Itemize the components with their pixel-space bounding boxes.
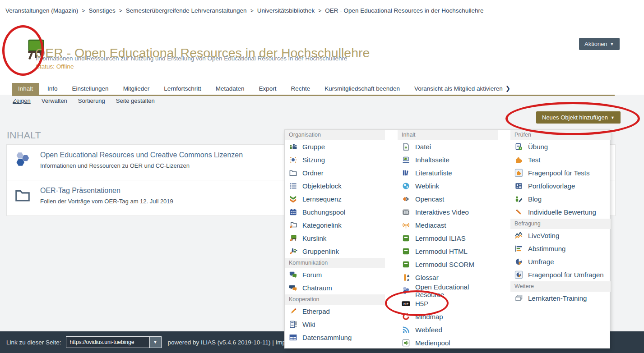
tab-metadaten[interactable]: Metadaten [209,83,251,95]
menu-item-label[interactable]: Kurslink [302,234,326,242]
menu-item-datei[interactable]: Datei [398,140,498,153]
menu-item-lernsequenz[interactable]: Lernsequenz [285,193,385,206]
menu-item-weblink[interactable]: Weblink [398,179,498,193]
menu-item-h5p[interactable]: H·PH5P [398,297,498,310]
menu-item-label[interactable]: Fragenpool für Umfragen [528,271,604,279]
menu-item-lernmodul-html[interactable]: Lernmodul HTML [398,245,498,258]
menu-item-label[interactable]: Lernmodul SCORM [415,261,474,268]
menu-item-label[interactable]: Weblink [415,182,439,190]
menu-item-fragenpool-fur-umfragen[interactable]: Fragenpool für Umfragen [510,268,611,281]
menu-item-label[interactable]: Ordner [302,169,324,177]
menu-item-label[interactable]: Abstimmung [528,245,565,252]
subtab-sortierung[interactable]: Sortierung [78,97,105,104]
menu-item-literaturliste[interactable]: Literaturliste [398,166,498,179]
permalink-input[interactable] [66,336,150,348]
menu-item-label[interactable]: Wiki [302,321,315,328]
menu-item-label[interactable]: Mindmap [415,313,443,321]
menu-item-label[interactable]: Webfeed [415,326,442,334]
add-new-object-button[interactable]: Neues Objekt hinzufügen▼ [536,111,621,124]
subtab-verwalten[interactable]: Verwalten [42,97,67,104]
tab-export[interactable]: Export [252,83,283,95]
menu-item-label[interactable]: Chatraum [302,284,332,292]
tab-mitglieder[interactable]: Mitglieder [117,83,156,95]
menu-item-label[interactable]: Objekteblock [302,182,342,190]
menu-item-interaktives-video[interactable]: Interaktives Video [398,206,498,219]
permalink-dropdown-button[interactable]: ▼ [150,336,162,348]
menu-item-inhaltsseite[interactable]: Inhaltsseite [398,153,498,166]
tab-einstellungen[interactable]: Einstellungen [66,83,115,95]
menu-item-label[interactable]: Inhaltsseite [415,156,449,164]
menu-item-individuelle-bewertung[interactable]: Individuelle Bewertung [510,206,611,219]
menu-item-mindmap[interactable]: Mindmap [398,310,498,323]
tab-voransicht-als-mitglied-aktivieren[interactable]: Voransicht als Mitglied aktivieren❯ [408,83,517,95]
menu-item-open-educational-resource[interactable]: Open Educational Resource [398,284,498,297]
menu-item-label[interactable]: Test [528,156,541,164]
menu-item-chatraum[interactable]: Chatraum [285,281,385,294]
menu-item-kurslink[interactable]: Kurslink [285,232,385,245]
content-item-title[interactable]: Open Educational Resources und Creative … [40,151,243,159]
menu-item-label[interactable]: Etherpad [302,307,330,315]
menu-item-label[interactable]: Opencast [415,195,444,203]
menu-item-abstimmung[interactable]: Abstimmung [510,242,611,255]
subtab-seite-gestalten[interactable]: Seite gestalten [116,97,155,104]
breadcrumb-link-sonstiges[interactable]: Sonstiges [88,7,115,14]
menu-item-lernmodul-ilias[interactable]: Lernmodul ILIAS [398,232,498,245]
actions-button[interactable]: Aktionen▼ [579,38,620,50]
menu-item-label[interactable]: Literaturliste [415,169,452,177]
menu-item-glossar[interactable]: AzGlossar [398,271,498,284]
menu-item-label[interactable]: Umfrage [528,258,554,266]
menu-item-label[interactable]: Lernsequenz [302,195,342,203]
menu-item-label[interactable]: Lernmodul HTML [415,248,468,255]
subtab-zeigen[interactable]: Zeigen [13,97,31,104]
menu-item-wiki[interactable]: Wiki [285,318,385,331]
tab-kursmitgliedschaft-beenden[interactable]: Kursmitgliedschaft beenden [318,83,406,95]
menu-item-portfoliovorlage[interactable]: Portfoliovorlage [510,179,611,193]
tab-rechte[interactable]: Rechte [285,83,317,95]
menu-item-label[interactable]: Individuelle Bewertung [528,208,596,216]
tab-lernfortschritt[interactable]: Lernfortschritt [158,83,208,95]
menu-item-kategorielink[interactable]: Kategorielink [285,219,385,232]
menu-item-webfeed[interactable]: Webfeed [398,323,498,336]
menu-item-lernkarten-training[interactable]: Lernkarten-Training [510,292,611,305]
menu-item-blog[interactable]: Blog [510,193,611,206]
menu-item-ordner[interactable]: Ordner [285,166,385,179]
menu-item-label[interactable]: Open Educational Resource [415,283,498,298]
tab-info[interactable]: Info [41,83,64,95]
menu-item-label[interactable]: Gruppenlink [302,248,339,255]
menu-item-label[interactable]: Portfoliovorlage [528,182,575,190]
menu-item-label[interactable]: Fragenpool für Tests [528,169,589,177]
breadcrumb-link-universitatsbibliothek[interactable]: Universitätsbibliothek [257,7,315,14]
menu-item-label[interactable]: Interaktives Video [415,208,469,216]
menu-item-livevoting[interactable]: LiveVoting [510,229,611,242]
menu-item-datensammlung[interactable]: Datensammlung [285,331,385,344]
menu-item-buchungspool[interactable]: Buchungspool [285,206,385,219]
menu-item-gruppe[interactable]: Gruppe [285,140,385,153]
menu-item-fragenpool-fur-tests[interactable]: Fragenpool für Tests [510,166,611,179]
menu-item-medienpool[interactable]: Medienpool [398,336,498,349]
menu-item-label[interactable]: Mediacast [415,221,446,229]
breadcrumb-link-veranstaltungen-magazin[interactable]: Veranstaltungen (Magazin) [5,7,78,14]
menu-item-label[interactable]: Sitzung [302,156,325,164]
menu-item-label[interactable]: Übung [528,143,548,151]
menu-item-mediacast[interactable]: Mediacast [398,219,498,232]
menu-item-label[interactable]: Medienpool [415,339,450,347]
breadcrumb-link-semesterubergreifende-lehrveranstaltungen[interactable]: Semesterübergreifende Lehrveranstaltunge… [126,7,247,14]
menu-item-label[interactable]: H5P [415,300,428,307]
menu-item-forum[interactable]: Forum [285,268,385,281]
menu-item-label[interactable]: Gruppe [302,143,325,151]
menu-item-etherpad[interactable]: Etherpad [285,305,385,318]
menu-item-umfrage[interactable]: Umfrage [510,255,611,268]
menu-item-label[interactable]: Lernkarten-Training [528,294,587,302]
menu-item-lernmodul-scorm[interactable]: Lernmodul SCORM [398,258,498,271]
menu-item-label[interactable]: Forum [302,271,322,279]
content-item-title[interactable]: OER-Tag Präsentationen [40,187,173,195]
menu-item-label[interactable]: Lernmodul ILIAS [415,234,466,242]
breadcrumb-link-oer-open-educational-resources-in-der-hochschullehre[interactable]: OER - Open Educational Resources in der … [325,7,483,14]
menu-item-label[interactable]: Datei [415,143,431,151]
menu-item-label[interactable]: Kategorielink [302,221,342,229]
menu-item-label[interactable]: LiveVoting [528,232,559,239]
tab-inhalt[interactable]: Inhalt [12,83,39,95]
menu-item-gruppenlink[interactable]: Gruppenlink [285,245,385,258]
menu-item-test[interactable]: Test [510,153,611,166]
menu-item-sitzung[interactable]: Sitzung [285,153,385,166]
